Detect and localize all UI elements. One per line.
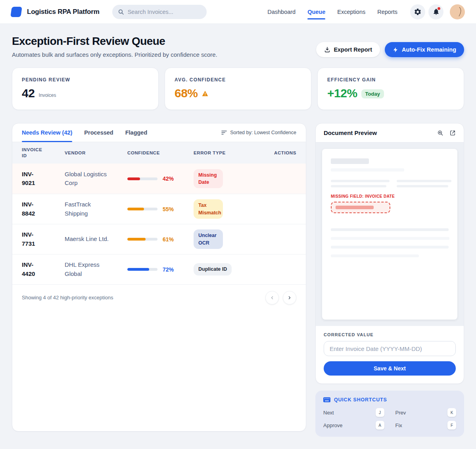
vendor-name: DHL Express Global [65, 260, 113, 278]
confidence-value: 42% [163, 175, 174, 182]
column-vendor: VENDOR [65, 150, 127, 156]
column-error-type: ERROR TYPE [194, 150, 257, 156]
nav-link-dashboard[interactable]: Dashboard [267, 0, 296, 24]
search-icon [118, 9, 124, 15]
tab-needs-review[interactable]: Needs Review (42) [22, 123, 72, 142]
doc-placeholder-line [331, 185, 386, 187]
table-row[interactable]: INV-8842FastTrack Shipping55%Tax Mismatc… [12, 194, 306, 224]
corrected-value-section: CORRECTED VALUE Save & Next [316, 326, 464, 383]
table-footer: Showing 4 of 42 high-priority exceptions [12, 284, 306, 310]
doc-placeholder-line [331, 180, 390, 182]
notification-dot [438, 7, 440, 10]
confidence-bar [127, 208, 157, 210]
document-page[interactable]: MISSING FIELD: INVOICE DATE [322, 149, 457, 320]
doc-placeholder-line [331, 237, 449, 240]
doc-placeholder-line [331, 228, 449, 231]
error-type-badge: Missing Date [194, 169, 223, 188]
chevron-right-icon [287, 295, 292, 300]
prev-page-button[interactable] [265, 291, 279, 304]
column-confidence: CONFIDENCE [127, 150, 194, 156]
error-type-badge: Tax Mismatch [194, 199, 223, 218]
confidence-bar [127, 238, 157, 241]
confidence-value: 55% [163, 206, 174, 212]
shortcut-keycap: J [376, 408, 384, 417]
table-row[interactable]: INV-4420DHL Express Global72%Duplicate I… [12, 254, 306, 284]
keyboard-icon [323, 397, 330, 403]
stat-suffix: Invoices [38, 92, 56, 98]
doc-placeholder-title [331, 158, 369, 164]
invoice-id: INV-7731 [22, 230, 46, 248]
vendor-name: FastTrack Shipping [65, 200, 113, 218]
confidence-bar [127, 268, 157, 271]
column-actions: ACTIONS [274, 150, 296, 156]
auto-fix-label: Auto-Fix Remaining [402, 46, 456, 53]
missing-field-bar [336, 206, 374, 209]
download-icon [324, 46, 330, 53]
shortcuts-grid: NextJPrevKApproveAFixF [323, 408, 456, 430]
warning-icon [202, 91, 208, 96]
export-report-label: Export Report [334, 46, 372, 53]
shortcut-label: Fix [395, 422, 402, 428]
shortcut-label: Approve [323, 422, 342, 428]
shortcut-keycap: K [447, 408, 456, 417]
nav-link-reports[interactable]: Reports [377, 0, 397, 24]
sort-label: Sorted by: Lowest Confidence [230, 130, 296, 135]
corrected-value-input[interactable] [324, 341, 456, 356]
error-type-badge: Unclear OCR [194, 229, 223, 249]
main-nav: Dashboard Queue Exceptions Reports [267, 0, 397, 24]
stat-label: PENDING REVIEW [22, 77, 149, 83]
shortcut-item: NextJ [323, 408, 384, 417]
external-link-icon[interactable] [449, 130, 456, 136]
search-input[interactable] [128, 9, 201, 15]
nav-icon-group [410, 4, 465, 19]
tab-flagged[interactable]: Flagged [125, 123, 148, 142]
sort-control[interactable]: Sorted by: Lowest Confidence [221, 130, 296, 135]
search-box[interactable] [112, 5, 207, 19]
shortcut-label: Prev [395, 410, 406, 416]
zoom-in-icon[interactable] [437, 130, 443, 136]
table-header: INVOICE ID VENDOR CONFIDENCE ERROR TYPE … [12, 142, 306, 164]
nav-link-exceptions[interactable]: Exceptions [337, 0, 365, 24]
stat-card-confidence: AVG. CONFIDENCE 68% [165, 67, 311, 110]
review-queue-card: Needs Review (42) Processed Flagged Sort… [12, 123, 306, 432]
stat-value: 68% [175, 87, 198, 100]
table-row[interactable]: INV-9021Global Logistics Corp42%Missing … [12, 164, 306, 194]
sort-icon [221, 130, 227, 135]
table-row[interactable]: INV-7731Maersk Line Ltd.61%Unclear OCR [12, 224, 306, 254]
avatar[interactable] [450, 4, 465, 19]
gear-icon [414, 8, 422, 16]
stat-label: EFFICIENCY GAIN [327, 77, 454, 83]
export-report-button[interactable]: Export Report [316, 42, 380, 57]
quick-shortcuts-card: QUICK SHORTCUTS NextJPrevKApproveAFixF [315, 391, 464, 437]
invoice-id: INV-4420 [22, 260, 46, 278]
shortcut-keycap: F [447, 421, 456, 430]
page-subtitle: Automates bulk and surfaces only excepti… [12, 51, 217, 58]
next-page-button[interactable] [283, 291, 296, 304]
stat-value: 42 [22, 87, 35, 100]
missing-field-highlight[interactable] [331, 202, 390, 213]
shortcut-item: ApproveA [323, 421, 384, 430]
settings-button[interactable] [410, 4, 425, 19]
auto-fix-button[interactable]: Auto-Fix Remaining [385, 42, 464, 57]
doc-placeholder-line [331, 246, 449, 249]
shortcut-keycap: A [376, 421, 384, 430]
shortcut-item: FixF [395, 421, 457, 430]
page-title: Exception-First Review Queue [12, 35, 217, 48]
top-navbar: Logistics RPA Platform Dashboard Queue E… [0, 0, 476, 24]
shortcut-label: Next [323, 410, 334, 416]
document-preview-card: Document Preview [315, 123, 464, 384]
tab-processed[interactable]: Processed [84, 123, 113, 142]
shortcut-item: PrevK [395, 408, 457, 417]
bolt-icon [393, 47, 399, 53]
page-header: Exception-First Review Queue Automates b… [12, 35, 464, 58]
doc-placeholder-line [397, 180, 451, 182]
confidence-value: 72% [163, 266, 174, 273]
chevron-left-icon [270, 295, 274, 300]
vendor-name: Global Logistics Corp [65, 170, 113, 188]
nav-link-queue[interactable]: Queue [307, 0, 325, 24]
stat-label: AVG. CONFIDENCE [175, 77, 301, 83]
stat-value: +12% [327, 87, 357, 100]
notifications-button[interactable] [428, 4, 443, 19]
stat-card-efficiency: EFFICIENCY GAIN +12% Today [317, 67, 464, 110]
save-next-button[interactable]: Save & Next [324, 361, 456, 376]
